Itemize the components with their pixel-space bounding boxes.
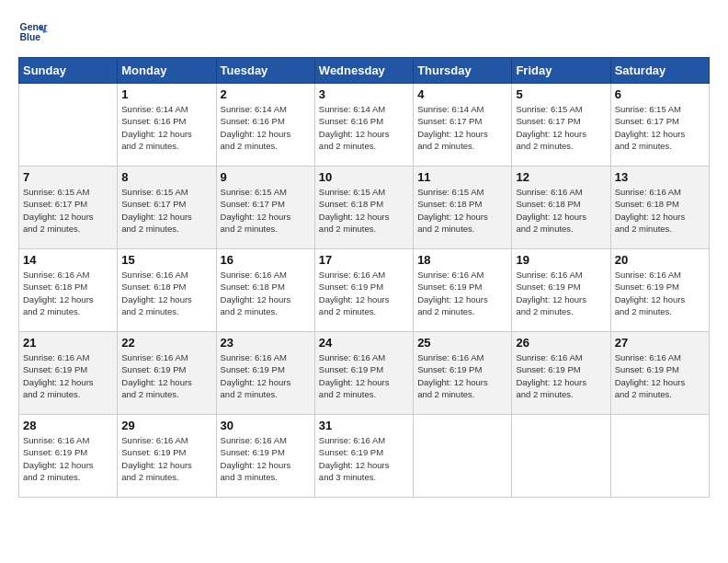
calendar-cell: 14Sunrise: 6:16 AM Sunset: 6:18 PM Dayli… <box>19 249 118 332</box>
day-number: 28 <box>23 419 113 432</box>
calendar-cell: 6Sunrise: 6:15 AM Sunset: 6:17 PM Daylig… <box>610 84 709 167</box>
day-info: Sunrise: 6:16 AM Sunset: 6:19 PM Dayligh… <box>615 269 705 317</box>
day-info: Sunrise: 6:15 AM Sunset: 6:17 PM Dayligh… <box>615 103 705 152</box>
day-number: 24 <box>319 336 409 350</box>
calendar-week-row: 1Sunrise: 6:14 AM Sunset: 6:16 PM Daylig… <box>19 84 710 167</box>
calendar-cell: 17Sunrise: 6:16 AM Sunset: 6:19 PM Dayli… <box>314 249 413 332</box>
weekday-header: Monday <box>118 58 216 84</box>
calendar-cell: 10Sunrise: 6:15 AM Sunset: 6:18 PM Dayli… <box>314 167 413 249</box>
weekday-header: Sunday <box>19 58 118 84</box>
day-info: Sunrise: 6:15 AM Sunset: 6:18 PM Dayligh… <box>319 186 409 235</box>
calendar-cell: 5Sunrise: 6:15 AM Sunset: 6:17 PM Daylig… <box>512 84 610 167</box>
day-info: Sunrise: 6:16 AM Sunset: 6:19 PM Dayligh… <box>319 351 409 400</box>
day-info: Sunrise: 6:16 AM Sunset: 6:19 PM Dayligh… <box>516 269 606 317</box>
day-info: Sunrise: 6:14 AM Sunset: 6:16 PM Dayligh… <box>121 103 211 152</box>
logo-icon: General Blue <box>18 18 48 48</box>
day-number: 10 <box>319 170 409 184</box>
day-number: 16 <box>221 253 311 267</box>
calendar-cell: 18Sunrise: 6:16 AM Sunset: 6:19 PM Dayli… <box>414 249 512 332</box>
day-number: 22 <box>121 336 211 350</box>
calendar-cell: 16Sunrise: 6:16 AM Sunset: 6:18 PM Dayli… <box>216 249 314 332</box>
calendar-week-row: 7Sunrise: 6:15 AM Sunset: 6:17 PM Daylig… <box>19 167 710 249</box>
day-info: Sunrise: 6:16 AM Sunset: 6:19 PM Dayligh… <box>23 434 113 483</box>
day-number: 27 <box>615 336 705 350</box>
day-info: Sunrise: 6:15 AM Sunset: 6:17 PM Dayligh… <box>23 186 113 235</box>
calendar-cell: 28Sunrise: 6:16 AM Sunset: 6:19 PM Dayli… <box>19 415 118 498</box>
day-number: 14 <box>23 253 113 267</box>
calendar-cell: 19Sunrise: 6:16 AM Sunset: 6:19 PM Dayli… <box>512 249 610 332</box>
day-info: Sunrise: 6:16 AM Sunset: 6:18 PM Dayligh… <box>221 269 311 317</box>
day-info: Sunrise: 6:15 AM Sunset: 6:18 PM Dayligh… <box>417 186 507 235</box>
day-info: Sunrise: 6:15 AM Sunset: 6:17 PM Dayligh… <box>516 103 606 152</box>
day-number: 18 <box>417 253 507 267</box>
weekday-header: Wednesday <box>314 58 413 84</box>
calendar-week-row: 14Sunrise: 6:16 AM Sunset: 6:18 PM Dayli… <box>19 249 710 332</box>
calendar-cell: 26Sunrise: 6:16 AM Sunset: 6:19 PM Dayli… <box>512 332 610 415</box>
day-number: 31 <box>319 419 409 432</box>
day-number: 6 <box>615 87 705 101</box>
day-info: Sunrise: 6:16 AM Sunset: 6:19 PM Dayligh… <box>516 351 606 400</box>
day-info: Sunrise: 6:14 AM Sunset: 6:16 PM Dayligh… <box>221 103 311 152</box>
day-number: 15 <box>121 253 211 267</box>
day-number: 21 <box>23 336 113 350</box>
day-info: Sunrise: 6:16 AM Sunset: 6:19 PM Dayligh… <box>121 434 211 483</box>
day-info: Sunrise: 6:16 AM Sunset: 6:19 PM Dayligh… <box>23 351 113 400</box>
calendar-cell: 12Sunrise: 6:16 AM Sunset: 6:18 PM Dayli… <box>512 167 610 249</box>
day-info: Sunrise: 6:16 AM Sunset: 6:18 PM Dayligh… <box>23 269 113 317</box>
day-info: Sunrise: 6:16 AM Sunset: 6:19 PM Dayligh… <box>417 269 507 317</box>
day-number: 13 <box>615 170 705 184</box>
calendar-cell <box>512 415 610 498</box>
calendar-cell <box>610 415 709 498</box>
day-number: 25 <box>417 336 507 350</box>
day-number: 2 <box>221 87 311 101</box>
day-number: 17 <box>319 253 409 267</box>
calendar-cell: 1Sunrise: 6:14 AM Sunset: 6:16 PM Daylig… <box>118 84 216 167</box>
day-number: 5 <box>516 87 606 101</box>
weekday-header: Friday <box>512 58 610 84</box>
day-info: Sunrise: 6:14 AM Sunset: 6:16 PM Dayligh… <box>319 103 409 152</box>
day-number: 30 <box>221 419 311 432</box>
day-info: Sunrise: 6:16 AM Sunset: 6:18 PM Dayligh… <box>615 186 705 235</box>
weekday-header: Saturday <box>610 58 709 84</box>
day-number: 1 <box>121 87 211 101</box>
calendar-cell: 22Sunrise: 6:16 AM Sunset: 6:19 PM Dayli… <box>118 332 216 415</box>
day-info: Sunrise: 6:14 AM Sunset: 6:17 PM Dayligh… <box>417 103 507 152</box>
day-number: 4 <box>417 87 507 101</box>
calendar-cell: 13Sunrise: 6:16 AM Sunset: 6:18 PM Dayli… <box>610 167 709 249</box>
calendar-cell: 11Sunrise: 6:15 AM Sunset: 6:18 PM Dayli… <box>414 167 512 249</box>
calendar-cell <box>19 84 118 167</box>
day-number: 7 <box>23 170 113 184</box>
day-info: Sunrise: 6:16 AM Sunset: 6:18 PM Dayligh… <box>516 186 606 235</box>
day-info: Sunrise: 6:16 AM Sunset: 6:19 PM Dayligh… <box>221 351 311 400</box>
calendar-cell: 21Sunrise: 6:16 AM Sunset: 6:19 PM Dayli… <box>19 332 118 415</box>
calendar-cell <box>414 415 512 498</box>
calendar-cell: 31Sunrise: 6:16 AM Sunset: 6:19 PM Dayli… <box>314 415 413 498</box>
calendar-cell: 20Sunrise: 6:16 AM Sunset: 6:19 PM Dayli… <box>610 249 709 332</box>
day-info: Sunrise: 6:16 AM Sunset: 6:18 PM Dayligh… <box>121 269 211 317</box>
calendar-cell: 25Sunrise: 6:16 AM Sunset: 6:19 PM Dayli… <box>414 332 512 415</box>
day-info: Sunrise: 6:15 AM Sunset: 6:17 PM Dayligh… <box>221 186 311 235</box>
calendar-cell: 15Sunrise: 6:16 AM Sunset: 6:18 PM Dayli… <box>118 249 216 332</box>
day-number: 3 <box>319 87 409 101</box>
page-header: General Blue <box>18 18 710 48</box>
calendar-cell: 4Sunrise: 6:14 AM Sunset: 6:17 PM Daylig… <box>414 84 512 167</box>
day-number: 8 <box>121 170 211 184</box>
calendar-week-row: 21Sunrise: 6:16 AM Sunset: 6:19 PM Dayli… <box>19 332 710 415</box>
logo: General Blue <box>18 18 51 48</box>
calendar-cell: 2Sunrise: 6:14 AM Sunset: 6:16 PM Daylig… <box>216 84 314 167</box>
day-number: 9 <box>221 170 311 184</box>
day-info: Sunrise: 6:16 AM Sunset: 6:19 PM Dayligh… <box>319 434 409 483</box>
calendar-cell: 8Sunrise: 6:15 AM Sunset: 6:17 PM Daylig… <box>118 167 216 249</box>
day-number: 19 <box>516 253 606 267</box>
day-number: 12 <box>516 170 606 184</box>
calendar-cell: 9Sunrise: 6:15 AM Sunset: 6:17 PM Daylig… <box>216 167 314 249</box>
day-info: Sunrise: 6:15 AM Sunset: 6:17 PM Dayligh… <box>121 186 211 235</box>
weekday-header: Tuesday <box>216 58 314 84</box>
day-info: Sunrise: 6:16 AM Sunset: 6:19 PM Dayligh… <box>121 351 211 400</box>
day-info: Sunrise: 6:16 AM Sunset: 6:19 PM Dayligh… <box>319 269 409 317</box>
day-number: 29 <box>121 419 211 432</box>
calendar-cell: 27Sunrise: 6:16 AM Sunset: 6:19 PM Dayli… <box>610 332 709 415</box>
day-number: 26 <box>516 336 606 350</box>
day-info: Sunrise: 6:16 AM Sunset: 6:19 PM Dayligh… <box>417 351 507 400</box>
day-number: 20 <box>615 253 705 267</box>
